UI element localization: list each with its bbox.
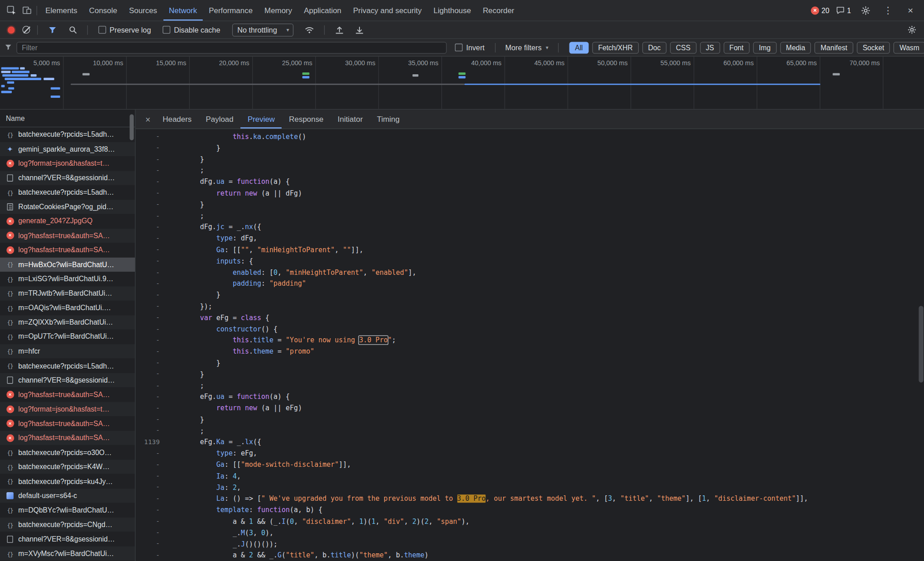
request-row[interactable]: default-user=s64-c [0, 489, 135, 503]
request-row[interactable]: {}m=hfcr [0, 344, 135, 359]
line-number: - [135, 393, 167, 401]
request-row[interactable]: channel?VER=8&gsessionid… [0, 171, 135, 185]
request-row[interactable]: {}m=ZQlXXb?wli=BardChatUi… [0, 315, 135, 330]
network-conditions-icon[interactable] [302, 22, 317, 38]
chip-css[interactable]: CSS [670, 42, 696, 53]
tab-application[interactable]: Application [298, 0, 347, 21]
code-line: - } [135, 369, 924, 380]
request-row[interactable]: ×log?hasfast=true&auth=SA… [0, 431, 135, 445]
chip-manifest[interactable]: Manifest [814, 42, 853, 53]
close-detail-icon[interactable]: × [140, 114, 156, 124]
request-row[interactable]: {}m=HwBxOc?wli=BardChatU… [0, 257, 135, 272]
request-row[interactable]: {}batchexecute?rpcids=o30O… [0, 445, 135, 460]
code-line: - a & 2 && _.G("title", b.title)("theme"… [135, 550, 924, 561]
tab-memory[interactable]: Memory [259, 0, 298, 21]
settings-gear-icon[interactable] [858, 3, 873, 18]
tab-console[interactable]: Console [83, 0, 123, 21]
detail-tab-payload[interactable]: Payload [199, 110, 240, 129]
chip-socket[interactable]: Socket [857, 42, 890, 53]
chip-img[interactable]: Img [753, 42, 776, 53]
request-row[interactable]: {}m=OAQis?wli=BardChatUi.… [0, 301, 135, 315]
chip-wasm[interactable]: Wasm [894, 42, 924, 53]
request-row[interactable]: {}batchexecute?rpcids=CNgd… [0, 518, 135, 532]
request-row[interactable]: ✦gemini_sparkle_aurora_33f8… [0, 142, 135, 156]
search-icon[interactable] [65, 22, 80, 38]
code-text: La: () => [" We've upgraded you from the… [168, 494, 808, 503]
chip-media[interactable]: Media [780, 42, 811, 53]
network-overview-timeline[interactable]: 5,000 ms10,000 ms15,000 ms20,000 ms25,00… [0, 57, 924, 110]
preview-code-viewer[interactable]: - this.ka.complete()- }- }- ;- dFg.ua = … [135, 129, 924, 561]
request-row[interactable]: ×log?hasfast=true&auth=SA… [0, 388, 135, 402]
request-row[interactable]: RotateCookiesPage?og_pid… [0, 200, 135, 214]
scrollbar-thumb[interactable] [129, 115, 134, 140]
record-network-log-button[interactable] [8, 26, 15, 34]
detail-tab-timing[interactable]: Timing [370, 110, 407, 129]
request-row[interactable]: {}m=OpU7Tc?wli=BardChatUi… [0, 330, 135, 344]
filter-toggle-icon[interactable] [45, 22, 60, 38]
code-text: _.J()()()); [168, 540, 278, 548]
request-row[interactable]: ×generate_204?ZJpgGQ [0, 214, 135, 229]
clear-network-log-icon[interactable] [22, 26, 30, 34]
request-row[interactable]: {}batchexecute?rpcids=L5adh… [0, 359, 135, 373]
chip-doc[interactable]: Doc [642, 42, 666, 53]
filter-input[interactable] [16, 42, 446, 53]
request-row[interactable]: {}batchexecute?rpcids=K4W… [0, 460, 135, 474]
name-column-header[interactable]: Name [0, 110, 135, 127]
request-row[interactable]: {}m=LxiSG?wli=BardChatUi.9… [0, 272, 135, 286]
request-row[interactable]: ×log?hasfast=true&auth=SA… [0, 416, 135, 431]
invert-checkbox[interactable] [455, 43, 463, 51]
inspect-element-icon[interactable] [4, 3, 19, 18]
detail-tab-preview[interactable]: Preview [240, 110, 282, 129]
detail-tab-headers[interactable]: Headers [156, 110, 199, 129]
device-toolbar-icon[interactable] [19, 3, 34, 18]
request-row[interactable]: {}batchexecute?rpcids=L5adh… [0, 127, 135, 142]
chip-js[interactable]: JS [700, 42, 720, 53]
divider [37, 5, 37, 15]
request-row[interactable]: {}batchexecute?rpcids=ku4Jy… [0, 474, 135, 489]
export-har-icon[interactable] [352, 22, 367, 38]
request-name: channel?VER=8&gsessionid… [18, 174, 135, 182]
line-number: - [135, 529, 167, 537]
line-number: - [135, 427, 167, 435]
scrollbar-thumb[interactable] [919, 306, 923, 383]
code-scrollbar[interactable] [918, 129, 924, 561]
network-settings-icon[interactable] [904, 22, 919, 38]
request-name: log?hasfast=true&auth=SA… [18, 419, 135, 427]
request-row[interactable]: ×log?hasfast=true&auth=SA… [0, 229, 135, 243]
detail-tab-response[interactable]: Response [282, 110, 330, 129]
chip-fetch-xhr[interactable]: Fetch/XHR [592, 42, 638, 53]
request-row[interactable]: ×log?format=json&hasfast=t… [0, 402, 135, 416]
close-devtools-icon[interactable]: × [903, 3, 918, 18]
error-count-badge[interactable]: × 20 [811, 6, 829, 14]
request-row[interactable]: {}m=XVyMsc?wli=BardChatUi… [0, 547, 135, 561]
request-row[interactable]: {}m=TRJwtb?wli=BardChatUi… [0, 286, 135, 301]
preserve-log-checkbox[interactable] [98, 26, 106, 34]
disable-cache-checkbox[interactable] [163, 26, 171, 34]
more-filters-button[interactable]: More filters ▾ [505, 43, 548, 52]
tab-privacy-and-security[interactable]: Privacy and security [347, 0, 427, 21]
tab-network[interactable]: Network [163, 0, 203, 21]
chip-font[interactable]: Font [723, 42, 749, 53]
tab-sources[interactable]: Sources [123, 0, 163, 21]
tab-performance[interactable]: Performance [203, 0, 259, 21]
code-text: } [168, 370, 204, 378]
request-row[interactable]: {}m=DQbBYc?wli=BardChatU… [0, 503, 135, 518]
throttling-select[interactable]: No throttling ▾ [232, 23, 293, 36]
more-options-icon[interactable]: ⋮ [881, 3, 896, 18]
sidebar-scrollbar[interactable] [129, 110, 134, 561]
import-har-icon[interactable] [331, 22, 347, 38]
request-row[interactable]: channel?VER=8&gsessionid… [0, 373, 135, 388]
request-waterfall-bar [412, 74, 418, 77]
request-row[interactable]: {}batchexecute?rpcids=L5adh… [0, 185, 135, 200]
request-row[interactable]: ×log?hasfast=true&auth=SA… [0, 243, 135, 257]
chip-all[interactable]: All [569, 42, 589, 53]
tabbar-right: × 20 1 ⋮ × [811, 3, 919, 18]
filter-funnel-icon [5, 42, 12, 53]
request-row[interactable]: channel?VER=8&gsessionid… [0, 532, 135, 547]
tab-elements[interactable]: Elements [39, 0, 83, 21]
request-row[interactable]: ×log?format=json&hasfast=t… [0, 156, 135, 171]
tab-lighthouse[interactable]: Lighthouse [428, 0, 477, 21]
detail-tab-initiator[interactable]: Initiator [330, 110, 370, 129]
issues-badge[interactable]: 1 [837, 6, 851, 14]
tab-recorder[interactable]: Recorder [477, 0, 520, 21]
